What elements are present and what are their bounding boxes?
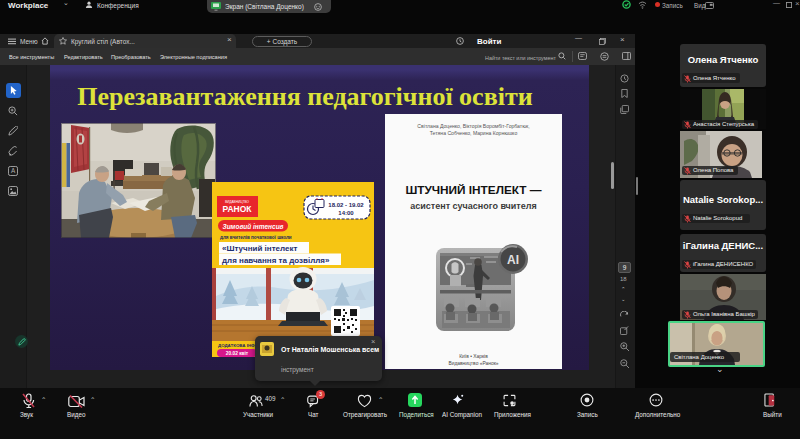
svg-text:для вчителів початкової школи: для вчителів початкової школи [220, 235, 292, 240]
svg-text:18.02 - 19.02: 18.02 - 19.02 [328, 202, 364, 208]
svg-text:для навчання та дозвілля»: для навчання та дозвілля» [222, 256, 330, 265]
svg-text:AI: AI [507, 253, 519, 267]
svg-text:РАНОК: РАНОК [223, 204, 253, 214]
svg-text:A: A [11, 167, 16, 174]
svg-text:«Штучний інтелект: «Штучний інтелект [222, 244, 297, 253]
svg-text:Зимовий інтенсив: Зимовий інтенсив [222, 223, 283, 230]
svg-text:14:00: 14:00 [338, 210, 354, 216]
svg-text:20.02 квіт: 20.02 квіт [226, 351, 249, 356]
